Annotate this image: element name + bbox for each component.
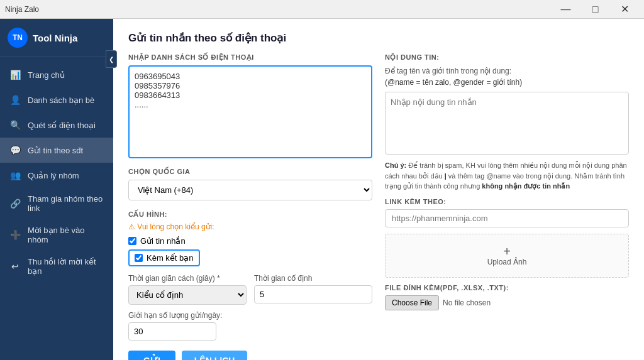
limit-row: Giới hạn số lượng gửi/ngày:: [128, 311, 372, 341]
sidebar-item-join-group[interactable]: 🔗 Tham gia nhóm theo link: [0, 188, 113, 219]
dashboard-icon: 📊: [9, 68, 21, 81]
recall-icon: ↩: [9, 260, 21, 273]
msg-hint: Để tag tên và giới tính trong nội dung: …: [385, 65, 629, 88]
title-bar: Ninja Zalo — □ ✕: [0, 0, 644, 19]
sidebar-item-label: Tham gia nhóm theo link: [28, 194, 104, 213]
send-msg-row: Gửi tin nhắn: [128, 236, 372, 246]
sidebar-item-group-mgmt[interactable]: 👥 Quản lý nhóm: [0, 163, 113, 188]
upload-label: Upload Ảnh: [487, 258, 527, 266]
add-friend-checkbox[interactable]: [135, 254, 143, 262]
sidebar-item-label: Gửi tin theo sđt: [28, 146, 83, 155]
sidebar-collapse-btn[interactable]: ❮: [106, 50, 117, 68]
msg-section-label: NỘI DUNG TIN:: [385, 53, 629, 62]
title-bar-controls: — □ ✕: [552, 0, 639, 19]
interval-type-item: Thời gian giãn cách (giây) * Kiểu cố địn…: [128, 274, 247, 305]
invite-icon: ➕: [9, 229, 21, 241]
sidebar-item-invite-group[interactable]: ➕ Mời bạn bè vào nhóm: [0, 219, 113, 251]
country-select[interactable]: Việt Nam (+84) USA (+1) Thailand (+66): [128, 180, 372, 200]
link-section: LINK KÈM THEO:: [385, 198, 629, 227]
msg-note: Chú ý: Để tránh bị spam, KH vui lòng thê…: [385, 160, 629, 192]
config-warning: ⚠ Vui lòng chọn kiểu gửi:: [128, 222, 372, 231]
file-section: FILE ĐÍNH KÈM(PDF, .XLSX, .TXT): Choose …: [385, 284, 629, 310]
schedule-button[interactable]: LÊN LỊCH: [182, 351, 248, 360]
link-section-label: LINK KÈM THEO:: [385, 198, 629, 205]
sidebar-nav: 📊 Trang chủ 👤 Danh sách bạn bè 🔍 Quét số…: [0, 57, 113, 360]
sidebar-item-recall[interactable]: ↩ Thu hồi lời mời kết bạn: [0, 251, 113, 282]
add-friend-label: Kèm kết bạn: [147, 253, 194, 263]
sidebar-item-friends[interactable]: 👤 Danh sách bạn bè: [0, 87, 113, 112]
phone-section-label: NHẬP DANH SÁCH SỐ ĐIỆN THOẠI: [128, 53, 372, 62]
left-column: NHẬP DANH SÁCH SỐ ĐIỆN THOẠI 0963695043 …: [128, 53, 372, 360]
msg-hint-detail: (@name = tên zalo, @gender = giới tính): [385, 78, 522, 87]
friends-icon: 👤: [9, 94, 21, 106]
sidebar-logo: TN: [8, 28, 28, 48]
config-label: CẤU HÌNH:: [128, 210, 372, 219]
upload-image-btn[interactable]: + Upload Ảnh: [385, 234, 629, 278]
title-bar-text: Ninja Zalo: [5, 5, 39, 14]
maximize-button[interactable]: □: [581, 0, 609, 19]
country-section-label: CHỌN QUỐC GIA: [128, 168, 372, 176]
close-button[interactable]: ✕: [611, 0, 639, 19]
sidebar-item-scan-phone[interactable]: 🔍 Quét số điện thoại: [0, 112, 113, 138]
fixed-time-item: Thời gian cố định: [254, 274, 372, 305]
sidebar-item-label: Danh sách bạn bè: [28, 95, 94, 105]
sidebar-header: TN Tool Ninja: [0, 19, 113, 57]
main-content: Gửi tin nhắn theo số điện thoại NHẬP DAN…: [113, 19, 644, 360]
timing-grid: Thời gian giãn cách (giây) * Kiểu cố địn…: [128, 274, 372, 305]
send-icon: 💬: [9, 144, 21, 156]
sidebar-item-send-sms[interactable]: 💬 Gửi tin theo sđt: [0, 138, 113, 163]
choose-file-button[interactable]: Choose File: [385, 295, 439, 310]
minimize-button[interactable]: —: [552, 0, 580, 19]
fixed-time-label: Thời gian cố định: [254, 274, 372, 283]
link-icon: 🔗: [9, 197, 21, 210]
sidebar-item-label: Trang chủ: [28, 70, 65, 80]
sidebar-item-label: Quét số điện thoại: [28, 121, 96, 130]
send-msg-label: Gửi tin nhắn: [140, 236, 186, 246]
group-icon: 👥: [9, 169, 21, 182]
add-friend-highlight: Kèm kết bạn: [128, 249, 200, 266]
send-msg-checkbox[interactable]: [128, 237, 136, 245]
page-title: Gửi tin nhắn theo số điện thoại: [128, 31, 629, 45]
limit-label: Giới hạn số lượng gửi/ngày:: [128, 311, 372, 320]
interval-type-select[interactable]: Kiểu cố định Kiểu ngẫu nhiên: [128, 285, 247, 305]
country-select-wrapper: CHỌN QUỐC GIA Việt Nam (+84) USA (+1) Th…: [128, 168, 372, 200]
msg-textarea[interactable]: [385, 92, 629, 155]
fixed-time-input[interactable]: [254, 285, 372, 303]
send-button[interactable]: GỬI: [128, 351, 175, 360]
scan-icon: 🔍: [9, 119, 21, 131]
right-column: NỘI DUNG TIN: Để tag tên và giới tính tr…: [385, 53, 629, 360]
sidebar-item-label: Thu hồi lời mời kết bạn: [28, 257, 104, 276]
phone-textarea[interactable]: 0963695043 0985357976 0983664313 ......: [128, 65, 372, 158]
link-input[interactable]: [385, 209, 629, 227]
sidebar-item-label: Mời bạn bè vào nhóm: [28, 226, 104, 244]
config-section: CẤU HÌNH: ⚠ Vui lòng chọn kiểu gửi: Gửi …: [128, 210, 372, 266]
sidebar-item-label: Quản lý nhóm: [28, 171, 79, 180]
sidebar: TN Tool Ninja ❮ 📊 Trang chủ 👤 Danh sách …: [0, 19, 113, 360]
file-input-row: Choose File No file chosen: [385, 295, 629, 310]
sidebar-item-dashboard[interactable]: 📊 Trang chủ: [0, 62, 113, 87]
interval-label: Thời gian giãn cách (giây) *: [128, 274, 247, 283]
file-label: FILE ĐÍNH KÈM(PDF, .XLSX, .TXT):: [385, 284, 629, 292]
action-btns: GỬI LÊN LỊCH: [128, 351, 372, 360]
limit-input[interactable]: [128, 322, 216, 341]
upload-plus-icon: +: [503, 245, 511, 258]
sidebar-title: Tool Ninja: [33, 33, 77, 43]
no-file-text: No file chosen: [443, 298, 491, 307]
